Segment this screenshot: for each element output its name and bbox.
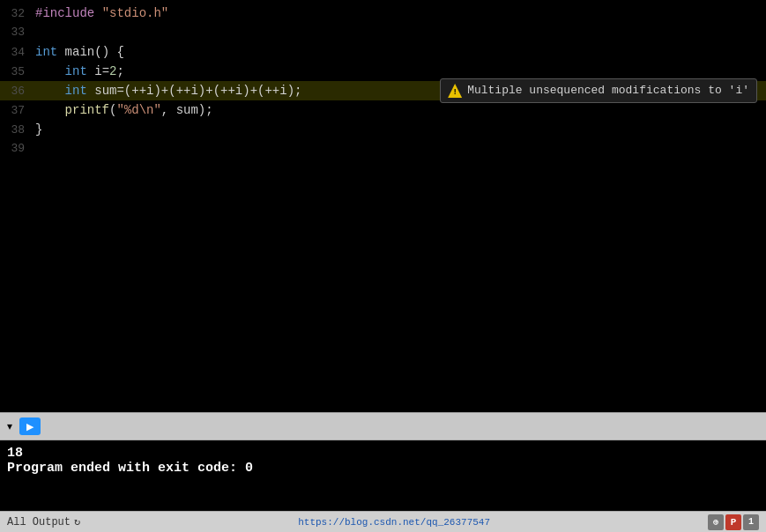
warning-icon: ! [448, 84, 462, 98]
all-output-label: All Output [7, 516, 71, 528]
line-number: 37 [0, 101, 32, 121]
line-number: 32 [0, 4, 32, 24]
warning-message: Multiple unsequenced modifications to 'i… [467, 81, 749, 100]
line-number: 34 [0, 43, 32, 63]
status-left: All Output ↻ [7, 515, 80, 528]
line-number: 36 [0, 82, 32, 101]
refresh-icon[interactable]: ↻ [74, 515, 80, 528]
code-line-34: 34int main() { [0, 42, 766, 62]
line-content: #include "stdio.h" [32, 4, 766, 23]
line-number: 35 [0, 63, 32, 82]
status-icons: ⊕ P 1 [708, 514, 759, 530]
code-line-32: 32#include "stdio.h" [0, 4, 766, 23]
terminal-line-1: Program ended with exit code: 0 [7, 461, 759, 476]
status-icon-pin: ⊕ [708, 514, 724, 530]
terminal-line-0: 18 [7, 446, 759, 461]
code-line-38: 38} [0, 120, 766, 139]
line-number: 33 [0, 23, 32, 42]
line-content: } [32, 120, 766, 139]
code-line-36: 36 int sum=(++i)+(++i)+(++i)+(++i);!Mult… [0, 81, 766, 100]
line-number: 39 [0, 139, 32, 159]
editor-area: 32#include "stdio.h"3334int main() {35 i… [0, 0, 766, 412]
terminal-area: 18Program ended with exit code: 0 [0, 440, 766, 511]
status-icon-p: P [725, 514, 741, 530]
status-icon-1: 1 [743, 514, 759, 530]
code-line-37: 37 printf("%d\n", sum); [0, 100, 766, 120]
line-content: printf("%d\n", sum); [32, 100, 766, 120]
status-url: https://blog.csdn.net/qq_26377547 [298, 517, 490, 528]
code-line-39: 39 [0, 139, 766, 159]
line-number: 38 [0, 121, 32, 140]
toolbar: ▾ ▶ [0, 412, 766, 440]
code-line-33: 33 [0, 23, 766, 42]
line-content: int main() { [32, 42, 766, 62]
warning-tooltip: !Multiple unsequenced modifications to '… [440, 78, 757, 103]
status-bar: All Output ↻ https://blog.csdn.net/qq_26… [0, 511, 766, 532]
run-button[interactable]: ▶ [19, 417, 41, 435]
scroll-down-button[interactable]: ▾ [7, 420, 12, 432]
